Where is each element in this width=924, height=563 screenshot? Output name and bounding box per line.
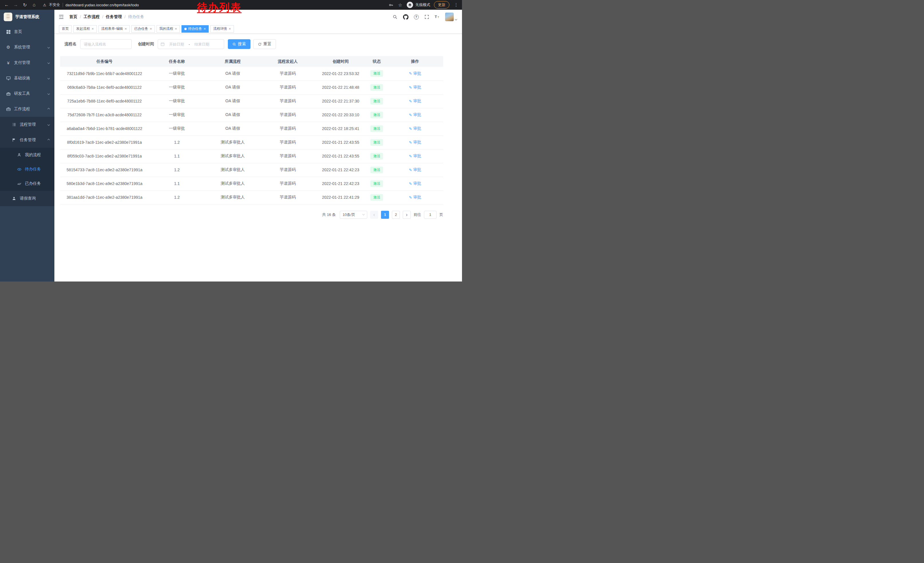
close-icon[interactable]: × xyxy=(150,27,152,31)
home-icon[interactable]: ⌂ xyxy=(30,1,38,9)
approve-link[interactable]: ✎审批 xyxy=(409,140,422,145)
end-date-input[interactable] xyxy=(191,42,213,47)
approve-link[interactable]: ✎审批 xyxy=(409,195,422,200)
reset-button[interactable]: 重置 xyxy=(254,39,276,49)
next-page-button[interactable]: › xyxy=(403,211,411,219)
sidebar-item-home[interactable]: 首页 xyxy=(0,24,54,39)
tab-process-detail[interactable]: 流程详情× xyxy=(210,25,234,33)
search-icon[interactable] xyxy=(392,14,398,20)
back-icon[interactable]: ← xyxy=(3,1,10,9)
cell-initiator: 芋道源码 xyxy=(261,163,315,177)
prev-page-button[interactable]: ‹ xyxy=(370,211,378,219)
main-area: 首页 / 工作流程 / 任务管理 / 待办任务 ? xyxy=(54,10,462,281)
sidebar-item-payment[interactable]: ¥ 支付管理 xyxy=(0,55,54,71)
tab-home[interactable]: 首页 xyxy=(59,25,72,33)
process-name-input[interactable] xyxy=(80,39,132,49)
sidebar-item-task-mgmt[interactable]: 任务管理 xyxy=(0,132,54,148)
tab-done-tasks[interactable]: 已办任务× xyxy=(131,25,155,33)
kebab-menu-icon[interactable]: ⋮ xyxy=(453,2,459,8)
create-time-label: 创建时间 xyxy=(138,42,154,47)
status-badge: 激活 xyxy=(370,84,383,91)
help-icon[interactable]: ? xyxy=(413,14,419,20)
page-1-button[interactable]: 1 xyxy=(381,211,389,219)
cell-status: 激活 xyxy=(366,191,387,204)
approve-link[interactable]: ✎审批 xyxy=(409,126,422,131)
cell-task-name: 1.1 xyxy=(149,177,205,191)
tab-label: 流程详情 xyxy=(213,26,227,31)
task-mgmt-children: 我的流程 待办任务 已办任务 xyxy=(0,148,54,191)
user-menu[interactable] xyxy=(445,13,457,21)
sidebar-item-infra[interactable]: 基础设施 xyxy=(0,71,54,86)
tab-start-process[interactable]: 发起流程× xyxy=(73,25,97,33)
search-button[interactable]: 搜索 xyxy=(228,39,250,49)
tab-form-edit[interactable]: 流程表单-编辑× xyxy=(99,25,130,33)
sidebar-item-system[interactable]: ⚙ 系统管理 xyxy=(0,39,54,55)
approve-link[interactable]: ✎审批 xyxy=(409,112,422,117)
cell-process: OA 请假 xyxy=(205,122,261,135)
tab-my-processes[interactable]: 我的流程× xyxy=(157,25,180,33)
sidebar-item-done-tasks[interactable]: 已办任务 xyxy=(0,176,54,191)
app-page: 芋道管理系统 首页 ⚙ 系统管理 ¥ 支付管理 xyxy=(0,10,462,281)
page-size-select[interactable]: 10条/页 xyxy=(340,211,367,219)
close-icon[interactable]: × xyxy=(204,27,206,31)
cell-created: 2022-01-22 21:48:48 xyxy=(315,81,366,94)
sidebar-item-process-mgmt[interactable]: 流程管理 xyxy=(0,117,54,132)
status-badge: 激活 xyxy=(370,194,383,201)
sidebar-item-my-processes[interactable]: 我的流程 xyxy=(0,148,54,162)
goto-page-input[interactable] xyxy=(424,211,436,219)
approve-link[interactable]: ✎审批 xyxy=(409,71,422,76)
cell-task-id: 73211d9d-7b9b-11ec-b5b7-acde48001122 xyxy=(60,67,149,81)
approve-link[interactable]: ✎审批 xyxy=(409,153,422,159)
address-bar[interactable]: ⚠ 不安全 dashboard.yudao.iocoder.cn/bpm/tas… xyxy=(43,2,139,8)
date-range-picker[interactable]: - xyxy=(158,39,224,49)
chevron-down-icon xyxy=(48,93,50,95)
cell-task-id: 58154733-7ac8-11ec-a9e2-a2380e71991a xyxy=(60,163,149,177)
status-badge: 激活 xyxy=(370,153,383,159)
cell-status: 激活 xyxy=(366,163,387,177)
cell-process: OA 请假 xyxy=(205,67,261,81)
approve-link[interactable]: ✎审批 xyxy=(409,85,422,90)
breadcrumb-home[interactable]: 首页 xyxy=(69,14,77,20)
sidebar-item-label: 任务管理 xyxy=(20,137,36,143)
sidebar-item-todo-tasks[interactable]: 待办任务 xyxy=(0,162,54,176)
start-date-input[interactable] xyxy=(166,42,188,47)
sidebar-item-leave-query[interactable]: 请假查询 xyxy=(0,191,54,206)
close-icon[interactable]: × xyxy=(125,27,127,31)
cell-created: 2022-01-22 18:25:41 xyxy=(315,122,366,135)
collapse-sidebar-icon[interactable] xyxy=(58,14,65,20)
cell-status: 激活 xyxy=(366,108,387,122)
col-status: 状态 xyxy=(366,56,387,67)
sidebar-item-workflow[interactable]: 工作流程 xyxy=(0,101,54,117)
approve-link[interactable]: ✎审批 xyxy=(409,99,422,104)
double-check-icon xyxy=(16,182,22,186)
approve-link[interactable]: ✎审批 xyxy=(409,167,422,173)
close-icon[interactable]: × xyxy=(175,27,177,31)
update-button[interactable]: 更新 xyxy=(434,1,449,9)
bookmark-star-icon[interactable]: ☆ xyxy=(397,2,403,8)
chevron-down-icon xyxy=(48,46,50,48)
cell-process: 测试多审批人 xyxy=(205,191,261,204)
app-logo[interactable]: 芋道管理系统 xyxy=(0,10,54,24)
github-icon[interactable] xyxy=(403,14,408,20)
font-size-icon[interactable]: TT xyxy=(435,14,440,20)
sidebar-item-devtools[interactable]: 研发工具 xyxy=(0,86,54,101)
close-icon[interactable]: × xyxy=(229,27,231,31)
edit-icon: ✎ xyxy=(409,71,412,76)
breadcrumb-separator: / xyxy=(102,15,104,19)
password-key-icon[interactable] xyxy=(388,2,394,8)
cell-actions: ✎审批 xyxy=(387,163,443,177)
sidebar-item-label: 工作流程 xyxy=(14,107,30,112)
reload-icon[interactable]: ↻ xyxy=(21,1,28,9)
close-icon[interactable]: × xyxy=(92,27,94,31)
range-separator: - xyxy=(189,42,190,47)
approve-link[interactable]: ✎审批 xyxy=(409,181,422,186)
fullscreen-icon[interactable] xyxy=(424,14,430,20)
dashboard-icon xyxy=(6,30,11,34)
cell-actions: ✎审批 xyxy=(387,149,443,163)
page-2-button[interactable]: 2 xyxy=(392,211,400,219)
forward-icon[interactable]: → xyxy=(12,1,20,9)
tab-todo-tasks[interactable]: 待办任务× xyxy=(182,25,208,33)
cell-task-id: a6aba0a4-7b6d-11ec-b781-acde48001122 xyxy=(60,122,149,135)
breadcrumb-workflow[interactable]: 工作流程 xyxy=(84,14,100,20)
breadcrumb-task-mgmt[interactable]: 任务管理 xyxy=(106,14,122,20)
